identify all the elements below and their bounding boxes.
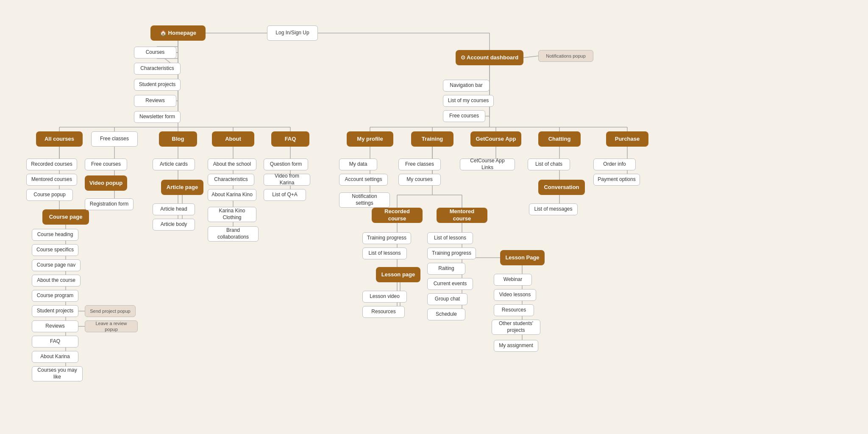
scheduleMC: Schedule — [427, 309, 465, 320]
articleBody: Article body — [153, 219, 195, 231]
studentProjects: Student projects — [134, 79, 181, 91]
coursePageNav: Course page nav — [32, 259, 81, 271]
listOfLessonsMC: List of lessons — [427, 232, 473, 244]
lessonPageRC: Lesson page — [376, 267, 420, 282]
reviewsCP: Reviews — [32, 320, 78, 332]
newsletterForm: Newsletter form — [134, 111, 181, 123]
freeCoursesAD: Free courses — [443, 110, 485, 122]
loginSignup: Log In/Sign Up — [267, 25, 318, 41]
faqCP: FAQ — [32, 336, 78, 348]
leaveReviewPopup: Leave a review popup — [85, 320, 138, 332]
aboutSchool: About the school — [208, 159, 256, 170]
myData: My data — [339, 159, 377, 170]
mentoredCourses: Mentored courses — [26, 174, 77, 186]
characteristics: Characteristics — [134, 63, 181, 75]
notificationSettings: Notification settings — [339, 192, 390, 208]
courseSpecifics: Course specifics — [32, 244, 78, 256]
allCourses: All courses — [36, 131, 83, 147]
chatting: Chatting — [538, 131, 581, 147]
accountDashboard: ⊙ Account dashboard — [456, 50, 523, 65]
coursesYouMayLike: Courses you may like — [32, 366, 83, 381]
lessonVideoRC: Lesson video — [362, 291, 407, 303]
resourcesRC: Resources — [362, 306, 405, 318]
listMyCoursesAD: List of my courses — [443, 95, 494, 107]
aboutCourse: About the course — [32, 275, 81, 287]
articleCards: Article cards — [153, 159, 195, 170]
listOfLessonsRC: List of lessons — [362, 248, 407, 259]
karinaKinoClothing: Karina Kino Clothing — [208, 207, 256, 222]
webinarMC: Webinar — [494, 274, 532, 286]
trainingProgressMC: Training progress — [427, 248, 476, 259]
courseHeading: Course heading — [32, 229, 78, 241]
freeCoursesFI: Free courses — [85, 159, 127, 170]
myCoursesTR: My courses — [398, 174, 441, 186]
svg-line-66 — [523, 56, 538, 58]
videoPopup: Video popup — [85, 175, 127, 191]
videoLessonsMC: Video lessons — [494, 289, 536, 301]
about: About — [212, 131, 254, 147]
questionForm: Question form — [264, 159, 308, 170]
courses: Courses — [134, 47, 176, 58]
mindmap-diagram: 🏠 HomepageLog In/Sign UpCoursesCharacter… — [0, 0, 868, 434]
navigationBar: Navigation bar — [443, 80, 490, 92]
currentEventsMC: Current events — [427, 278, 473, 290]
freeClassesTR: Free classes — [398, 159, 441, 170]
studentProjectsCP: Student projects — [32, 305, 78, 317]
videoFromKarina: Video from Karina — [264, 174, 310, 186]
listOfMessages: List of messages — [529, 203, 578, 215]
articlePage: Article page — [161, 180, 203, 195]
freeClasses: Free classes — [91, 131, 138, 147]
recordedCourses: Recorded courses — [26, 159, 77, 170]
blog: Blog — [159, 131, 197, 147]
connectors-svg — [0, 0, 868, 434]
listOfChats: List of chats — [528, 159, 570, 170]
recordedCourse: Recorded course — [372, 208, 423, 223]
myAssignmentMC: My assignment — [494, 340, 538, 352]
raitingMC: Raiting — [427, 263, 465, 275]
aboutKarina: About Karina — [32, 351, 78, 363]
getCourseAppLinks: CetCourse App Links — [460, 159, 515, 170]
listOfQA: List of Q+A — [264, 189, 306, 201]
resourcesMC: Resources — [494, 304, 534, 316]
registrationForm: Registration form — [85, 198, 134, 210]
articleHead: Article head — [153, 203, 195, 215]
training: Training — [411, 131, 453, 147]
lessonPageMC: Lesson Page — [500, 250, 545, 265]
reviews: Reviews — [134, 95, 176, 107]
aboutKarinaKino: About Karina Kino — [208, 189, 256, 201]
trainingProgressRC: Training progress — [362, 232, 411, 244]
sendProjectPopup: Send project popup — [85, 305, 136, 317]
purchase: Purchase — [606, 131, 648, 147]
brandCollaborations: Brand collaborations — [208, 226, 259, 242]
orderInfo: Order info — [593, 159, 636, 170]
getCourseApp: GetCourse App — [470, 131, 521, 147]
myProfile: My profile — [347, 131, 393, 147]
conversation: Conversation — [538, 180, 585, 195]
accountSettings: Account settings — [339, 174, 388, 186]
coursePopup: Course popup — [26, 189, 73, 201]
characteristicsA: Characteristics — [208, 174, 254, 186]
coursePage: Course page — [42, 209, 89, 225]
otherStudentsProjectsMC: Other students' projects — [492, 320, 540, 335]
groupChatMC: Group chat — [427, 293, 467, 305]
homepage: 🏠 Homepage — [150, 25, 206, 41]
courseProgram: Course program — [32, 290, 78, 302]
mentoredCourse: Mentored course — [437, 208, 487, 223]
paymentOptions: Payment options — [593, 174, 640, 186]
faq: FAQ — [271, 131, 309, 147]
notificationsPopup: Notifications popup — [538, 50, 593, 62]
